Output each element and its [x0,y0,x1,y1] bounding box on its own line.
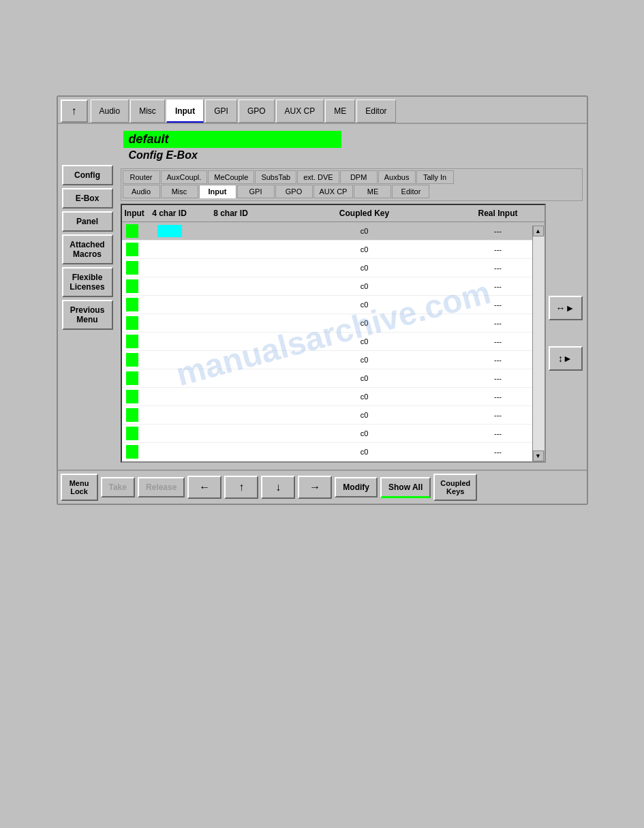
table-header: Input 4 char ID 8 char ID Coupled Key Re… [122,205,545,222]
table-row[interactable]: c0--- [122,406,545,425]
table-row[interactable]: c0 --- [122,259,545,277]
scrollbar-down-btn[interactable]: ▼ [533,450,544,461]
right-sidebar: ↔► ↕► [549,204,583,463]
title-area: default Config E-Box [121,128,583,166]
table-row[interactable]: c0--- [122,277,545,296]
table-row[interactable]: c0--- [122,333,545,351]
sub-tab-substab[interactable]: SubsTab [255,170,296,184]
panel-content: manualsarchive.com Input 4 char ID 8 cha… [121,204,583,463]
row-4char [142,248,197,251]
sidebar-config[interactable]: Config [62,165,113,185]
sub-tab2-me[interactable]: ME [354,185,391,198]
row1-4char [142,224,197,239]
row1-real: --- [464,226,532,236]
sub-tab-mecouple[interactable]: MeCouple [208,170,254,184]
col-header-coupled: Coupled Key [265,207,464,219]
sub-tabs-row1: Router AuxCoupl. MeCouple SubsTab ext. D… [123,170,581,184]
col-header-8charid: 8 char ID [197,207,265,219]
title-name: default [123,131,341,148]
sub-tab2-gpi[interactable]: GPI [237,185,275,198]
table-row[interactable]: c0--- [122,443,545,461]
bottom-toolbar: Menu Lock Take Release ← ↑ ↓ → Modify Sh… [58,470,587,504]
sub-tab2-audio[interactable]: Audio [123,185,160,198]
sub-tab-router[interactable]: Router [123,170,160,184]
tab-gpi[interactable]: GPI [205,99,237,123]
sidebar-attached-macros[interactable]: Attached Macros [62,234,113,264]
take-button[interactable]: Take [101,477,135,497]
sidebar-panel[interactable]: Panel [62,211,113,232]
tab-editor[interactable]: Editor [356,99,395,123]
down-arrow-button[interactable]: ↓ [261,476,295,499]
row1-input [122,222,142,240]
row-input [122,241,142,258]
title-subtitle: Config E-Box [123,148,580,163]
row-coupled: c0 [265,262,464,273]
coupled-keys-button[interactable]: Coupled Keys [433,474,477,501]
menu-lock-button[interactable]: Menu Lock [61,474,98,501]
row1-8char [197,230,265,232]
sub-tab2-editor[interactable]: Editor [392,185,429,198]
tab-me[interactable]: ME [325,99,355,123]
tab-audio[interactable]: Audio [91,99,129,123]
main-panel: default Config E-Box Router AuxCoupl. Me… [121,128,583,463]
table-row[interactable]: c0--- [122,388,545,406]
row-real: --- [464,244,532,255]
left-arrow-button[interactable]: ← [187,476,221,499]
release-button[interactable]: Release [138,477,185,497]
tab-gpo[interactable]: GPO [239,99,275,123]
left-sidebar: Config E-Box Panel Attached Macros Flexi… [62,128,117,463]
scrollbar-up-btn[interactable]: ▲ [533,226,544,236]
tab-input[interactable]: Input [166,99,204,123]
scrollbar: ▲ ▼ [532,226,545,461]
sub-tab2-misc[interactable]: Misc [161,185,198,198]
col-header-4charid: 4 char ID [142,207,197,219]
sub-tab-ext-dve[interactable]: ext. DVE [297,170,339,184]
sub-tab-dpm[interactable]: DPM [340,170,378,184]
right-arrow-button[interactable]: → [298,476,332,499]
top-tab-bar: ↑ Audio Misc Input GPI GPO AUX CP ME Edi… [58,97,587,124]
table-row[interactable]: c0--- [122,314,545,333]
sub-tab2-aux-cp[interactable]: AUX CP [313,185,354,198]
row-coupled: c0 [265,244,464,255]
table-row[interactable]: c0--- [122,351,545,369]
content-area: Config E-Box Panel Attached Macros Flexi… [58,124,587,467]
up-arrow-button[interactable]: ↑ [224,476,258,499]
row1-coupled: c0 [265,226,464,236]
sub-tabs-row2: Audio Misc Input GPI GPO AUX CP ME Edito… [123,185,581,198]
tab-aux-cp[interactable]: AUX CP [276,99,324,123]
table-area: manualsarchive.com Input 4 char ID 8 cha… [121,204,546,463]
horizontal-expand-btn[interactable]: ↔► [549,296,583,320]
sub-tab-tally-in[interactable]: Tally In [416,170,454,184]
row-8char [197,248,265,251]
row-real: --- [464,262,532,273]
col-header-real: Real Input [464,207,532,219]
sub-tab2-gpo[interactable]: GPO [275,185,313,198]
sub-tabs-container: Router AuxCoupl. MeCouple SubsTab ext. D… [121,168,583,201]
table-row[interactable]: c0 --- [122,241,545,259]
table-row[interactable]: c0--- [122,369,545,388]
main-container: ↑ Audio Misc Input GPI GPO AUX CP ME Edi… [57,95,588,505]
col-header-input: Input [122,207,142,219]
sub-tab2-input[interactable]: Input [199,185,236,198]
table-row[interactable]: c0--- [122,296,545,314]
sidebar-ebox[interactable]: E-Box [62,188,113,209]
table-row[interactable]: c0--- [122,425,545,443]
sidebar-flexible-licenses[interactable]: Flexible Licenses [62,267,113,297]
modify-button[interactable]: Modify [335,477,378,497]
table-body: c0 --- c0 --- [122,222,545,461]
sidebar-previous-menu[interactable]: Previous Menu [62,300,113,330]
scrollbar-track [533,236,545,450]
col-header-scroll [532,207,545,219]
sub-tab-auxbus[interactable]: Auxbus [378,170,416,184]
vertical-expand-btn[interactable]: ↕► [549,346,583,371]
scroll-up-button[interactable]: ↑ [61,99,88,123]
sub-tab-auxcoupl[interactable]: AuxCoupl. [161,170,208,184]
tab-misc[interactable]: Misc [130,99,165,123]
show-all-button[interactable]: Show All [380,477,431,498]
table-row[interactable]: c0 --- [122,222,545,241]
